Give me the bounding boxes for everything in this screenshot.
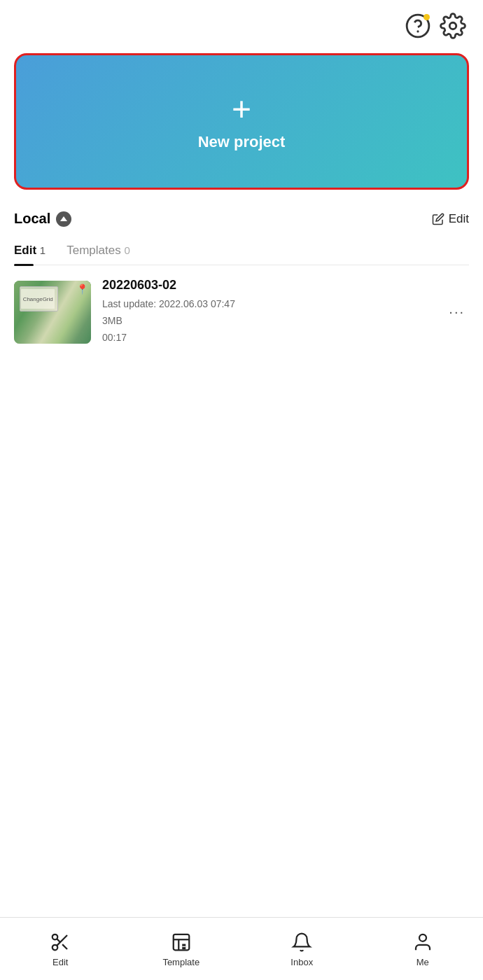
tabs-bar: Edit 1 Templates 0 xyxy=(14,237,469,265)
template-icon xyxy=(170,931,192,953)
tab-templates-label: Templates 0 xyxy=(66,244,130,257)
svg-marker-3 xyxy=(60,216,67,221)
project-thumbnail[interactable]: ChangeGrid 📍 xyxy=(14,281,91,344)
local-sort-button[interactable] xyxy=(56,211,71,227)
svg-point-5 xyxy=(52,944,58,950)
notification-dot xyxy=(424,14,430,20)
project-duration: 00:17 xyxy=(102,332,127,343)
nav-edit-label: Edit xyxy=(52,957,68,967)
project-last-update: Last update: 2022.06.03 07:47 xyxy=(102,298,235,309)
local-title-text: Local xyxy=(14,211,50,227)
local-section: Local Edit Edit 1 Templates 0 xyxy=(0,204,483,358)
new-project-label: New project xyxy=(198,133,286,151)
project-more-button[interactable]: ··· xyxy=(444,298,469,326)
nav-item-me[interactable]: Me xyxy=(363,931,484,967)
project-name: 20220603-02 xyxy=(102,278,433,293)
nav-item-template[interactable]: Template xyxy=(121,931,242,967)
edit-button-label: Edit xyxy=(449,212,469,226)
user-icon xyxy=(412,931,434,953)
svg-line-7 xyxy=(62,944,67,949)
svg-point-4 xyxy=(52,934,58,939)
caret-up-icon xyxy=(59,215,68,223)
settings-button[interactable] xyxy=(440,13,466,39)
settings-gear-icon xyxy=(440,13,466,39)
edit-pencil-icon xyxy=(432,213,444,225)
project-meta: Last update: 2022.06.03 07:47 3MB 00:17 xyxy=(102,296,433,346)
help-button[interactable] xyxy=(405,13,431,39)
local-header: Local Edit xyxy=(14,211,469,227)
svg-line-8 xyxy=(57,939,60,942)
local-title: Local xyxy=(14,211,71,227)
nav-item-edit[interactable]: Edit xyxy=(0,931,121,967)
svg-point-2 xyxy=(449,22,456,29)
new-project-button[interactable]: + New project xyxy=(14,53,469,190)
top-bar xyxy=(0,0,483,46)
svg-point-14 xyxy=(419,934,426,941)
svg-rect-9 xyxy=(174,934,190,950)
nav-inbox-label: Inbox xyxy=(290,957,313,967)
nav-item-inbox[interactable]: Inbox xyxy=(241,931,363,967)
bell-icon xyxy=(290,931,313,953)
svg-point-1 xyxy=(417,31,419,32)
project-info: 20220603-02 Last update: 2022.06.03 07:4… xyxy=(102,278,433,346)
scissors-icon xyxy=(49,931,71,953)
project-size: 3MB xyxy=(102,315,122,326)
nav-template-label: Template xyxy=(162,957,200,967)
project-item: ChangeGrid 📍 20220603-02 Last update: 20… xyxy=(14,265,469,358)
tab-edit[interactable]: Edit 1 xyxy=(14,237,46,265)
bottom-nav: Edit Template Inbox xyxy=(0,917,483,980)
nav-me-label: Me xyxy=(416,957,429,967)
local-edit-button[interactable]: Edit xyxy=(432,212,469,226)
new-project-plus-icon: + xyxy=(232,92,251,126)
tab-templates[interactable]: Templates 0 xyxy=(66,237,130,265)
location-icon: 📍 xyxy=(76,284,88,295)
tab-edit-label: Edit 1 xyxy=(14,244,46,257)
